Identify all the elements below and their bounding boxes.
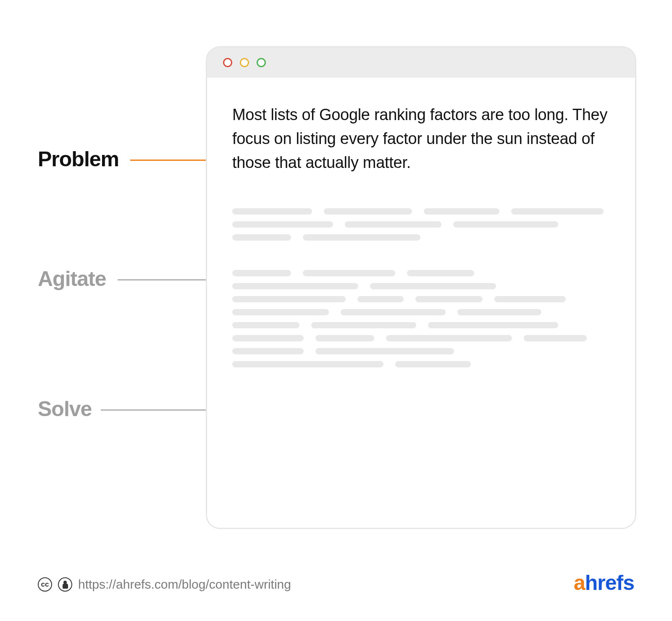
solve-placeholder [232, 270, 611, 367]
placeholder-bar [311, 322, 416, 328]
placeholder-bar [315, 348, 454, 354]
cc-license-icon: cc [38, 577, 52, 592]
label-problem: Problem [38, 147, 119, 171]
placeholder-bar [395, 361, 471, 367]
placeholder-bar [415, 296, 483, 302]
brand-rest: hrefs [585, 571, 634, 595]
brand-first-letter: a [574, 571, 585, 595]
placeholder-bar [232, 361, 383, 367]
placeholder-bar [341, 309, 446, 315]
label-agitate: Agitate [38, 267, 106, 291]
problem-text: Most lists of Google ranking factors are… [232, 103, 611, 175]
placeholder-bar [232, 221, 333, 228]
placeholder-bar [357, 296, 404, 302]
source-url: https://ahrefs.com/blog/content-writing [78, 577, 291, 592]
placeholder-bar [232, 335, 304, 341]
window-minimize-icon [240, 58, 249, 67]
placeholder-bar [407, 270, 474, 276]
attribution-icon [58, 577, 72, 592]
placeholder-bar [370, 283, 496, 289]
placeholder-bar [232, 296, 346, 302]
placeholder-bar [494, 296, 566, 302]
placeholder-bar [457, 309, 541, 315]
window-maximize-icon [257, 58, 266, 67]
brand-logo: ahrefs [574, 571, 634, 595]
placeholder-bar [232, 208, 312, 215]
placeholder-bar [303, 270, 395, 276]
label-solve: Solve [38, 397, 92, 421]
placeholder-bar [511, 208, 604, 215]
placeholder-bar [232, 234, 291, 241]
placeholder-bar [428, 322, 558, 328]
placeholder-bar [232, 348, 304, 354]
diagram-canvas: Problem Agitate Solve Most lists of Goog… [0, 0, 672, 621]
window-titlebar [207, 47, 635, 78]
placeholder-bar [424, 208, 499, 215]
placeholder-bar [386, 335, 512, 341]
placeholder-bar [303, 234, 420, 241]
window-content: Most lists of Google ranking factors are… [207, 78, 635, 528]
placeholder-bar [324, 208, 412, 215]
window-close-icon [223, 58, 232, 67]
placeholder-bar [232, 283, 358, 289]
placeholder-bar [453, 221, 558, 228]
agitate-placeholder [232, 208, 611, 241]
placeholder-bar [232, 322, 299, 328]
placeholder-bar [232, 309, 329, 315]
placeholder-bar [232, 270, 291, 276]
browser-window: Most lists of Google ranking factors are… [206, 46, 636, 529]
footer: cc https://ahrefs.com/blog/content-writi… [38, 577, 291, 592]
placeholder-bar [315, 335, 374, 341]
placeholder-bar [524, 335, 587, 341]
placeholder-bar [345, 221, 441, 228]
